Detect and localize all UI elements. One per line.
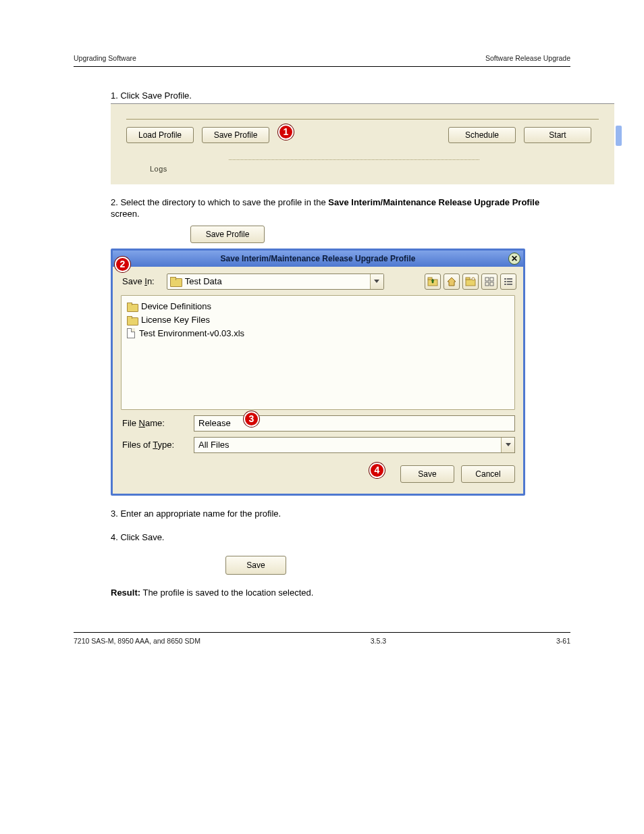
step-3-text: 3. Enter an appropriate name for the pro… [111,508,570,520]
file-name-row: File Name: 3 [113,410,523,432]
callout-4: 4 [369,463,385,478]
dotted-separator [229,159,479,160]
callout-3: 3 [244,411,259,427]
parent-panel: Load Profile Save Profile Schedule Start… [111,103,614,184]
callout-2: 2 [115,257,130,272]
file-type-row: Files of Type: All Files [113,432,523,453]
file-type-dropdown-arrow[interactable] [501,438,514,452]
home-icon [446,276,457,287]
svg-rect-13 [504,284,506,285]
footer-right: 3-61 [556,637,570,645]
step-2-text-a: 2. Select the directory to which to save… [111,197,328,207]
folder-open-icon [170,277,181,286]
callout-1: 1 [278,124,294,140]
folder-up-icon [427,276,438,287]
svg-rect-14 [507,284,512,285]
file-item-label: Device Definitions [141,301,211,311]
file-list-item-folder[interactable]: License Key Files [127,313,509,327]
footer-center: 3.5.3 [200,637,556,645]
file-name-label: File Name: [122,418,183,428]
save-profile-button[interactable]: Save Profile [202,127,269,143]
panel-divider [126,119,599,120]
schedule-button[interactable]: Schedule [448,127,516,143]
new-folder-icon [465,276,476,287]
details-view-icon [503,276,514,287]
file-list-pane[interactable]: Device Definitions License Key Files Tes… [121,295,515,410]
dialog-button-row: 4 Save Cancel [113,453,523,494]
save-profile-button-zoom[interactable]: Save Profile [190,226,265,243]
figure-parent-window: Load Profile Save Profile Schedule Start… [111,103,614,184]
svg-rect-11 [504,281,506,282]
svg-rect-7 [485,282,489,286]
dialog-title: Save Interim/Maintenance Release Upgrade… [221,254,416,263]
dialog-save-button[interactable]: Save [400,465,454,483]
save-in-dropdown-arrow[interactable] [370,274,383,289]
file-type-label: Files of Type: [122,440,183,450]
save-in-row: Save In: Test Data [113,267,523,295]
result-label: Result: [111,588,140,598]
file-list-item-folder[interactable]: Device Definitions [127,300,509,313]
page-header: Upgrading Software Software Release Upgr… [74,0,570,67]
svg-rect-2 [466,280,475,286]
figure-save-dialog: 2 Save Interim/Maintenance Release Upgra… [111,249,525,496]
folder-icon [127,316,137,324]
figure-save-profile-button: Save Profile [190,226,265,243]
load-profile-button[interactable]: Load Profile [126,127,194,143]
footer-left: 7210 SAS-M, 8950 AAA, and 8650 SDM [74,637,200,645]
close-icon: ✕ [511,254,518,263]
save-dialog: Save Interim/Maintenance Release Upgrade… [111,249,525,496]
home-button[interactable] [444,273,460,290]
header-left: Upgrading Software [74,54,485,62]
list-view-icon [484,276,495,287]
step-1-text: 1. Click Save Profile. [111,90,570,102]
up-folder-button[interactable] [425,273,441,290]
save-in-combo[interactable]: Test Data [167,273,384,290]
list-view-button[interactable] [481,273,498,290]
header-right: Software Release Upgrade [485,54,570,62]
folder-icon [127,303,137,311]
svg-rect-9 [504,278,506,280]
svg-rect-1 [428,278,432,280]
file-item-label: License Key Files [141,315,210,325]
chevron-down-icon [374,280,379,283]
step-2-text: 2. Select the directory to which to save… [111,197,570,220]
logs-groupbox-label: Logs [149,165,169,173]
svg-rect-5 [485,278,489,281]
step-2-text-b: Save Interim/Maintenance Release Upgrade… [328,197,539,207]
figure-save-button: Save [225,556,286,575]
file-name-input[interactable] [194,415,515,432]
dialog-close-button[interactable]: ✕ [508,253,520,265]
svg-rect-8 [490,282,493,286]
save-in-label: Save In: [122,276,155,286]
svg-rect-12 [507,281,512,282]
file-item-label: Test Environment-v0.03.xls [139,328,244,338]
step-4-text: 4. Click Save. [111,531,570,544]
details-view-button[interactable] [500,273,516,290]
result-text: Result: The profile is saved to the loca… [111,587,570,599]
scroll-thumb[interactable] [616,126,622,146]
file-type-value: All Files [198,440,230,450]
result-body: The profile is saved to the location sel… [140,588,313,598]
save-button-zoom[interactable]: Save [225,556,286,575]
file-type-select[interactable]: All Files [194,437,515,453]
page-footer: 7210 SAS-M, 8950 AAA, and 8650 SDM 3.5.3… [74,637,570,645]
save-in-value: Test Data [185,276,222,286]
dialog-toolbar [425,273,516,290]
svg-rect-3 [466,278,470,280]
svg-rect-6 [490,278,493,281]
svg-rect-10 [507,278,512,280]
new-folder-button[interactable] [462,273,479,290]
svg-point-4 [472,278,475,280]
dialog-titlebar: Save Interim/Maintenance Release Upgrade… [113,251,523,267]
chevron-down-icon [506,443,511,446]
file-icon [127,328,135,338]
step-2-text-c: screen. [111,209,140,219]
dialog-cancel-button[interactable]: Cancel [461,465,515,483]
start-button[interactable]: Start [524,127,591,143]
footer-rule [74,632,570,633]
file-list-item-file[interactable]: Test Environment-v0.03.xls [127,327,509,340]
